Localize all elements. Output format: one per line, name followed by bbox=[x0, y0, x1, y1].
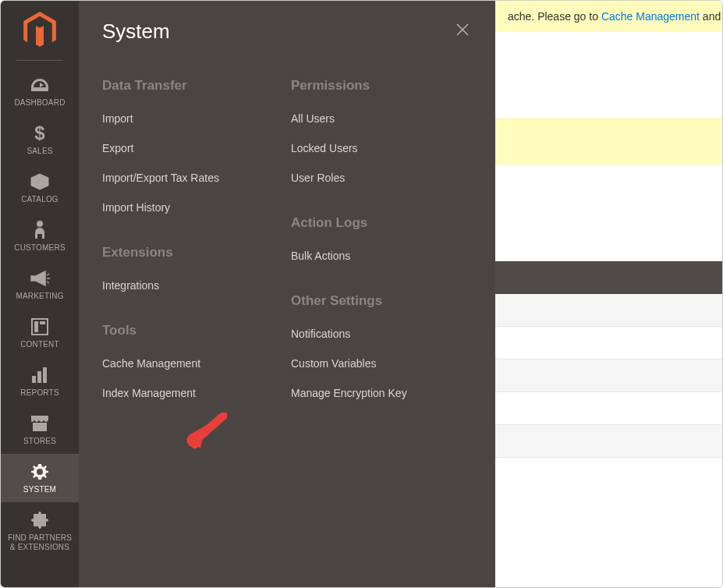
sidebar-item-customers[interactable]: CUSTOMERS bbox=[1, 212, 79, 260]
sidebar-item-label: DASHBOARD bbox=[14, 98, 65, 108]
table-header-row: Store bbox=[495, 261, 722, 294]
flyout-column-right: Permissions All Users Locked Users User … bbox=[291, 78, 472, 430]
section-title-extensions: Extensions bbox=[102, 245, 283, 260]
section-title-data-transfer: Data Transfer bbox=[102, 78, 283, 94]
flyout-column-left: Data Transfer Import Export Import/Expor… bbox=[102, 78, 283, 430]
cache-notice-bar: ache. Please go to Cache Management and … bbox=[495, 1, 722, 32]
sidebar-item-marketing[interactable]: MARKETING bbox=[1, 260, 79, 309]
puzzle-icon bbox=[30, 510, 49, 530]
section-title-action-logs: Action Logs bbox=[291, 215, 472, 231]
svg-point-1 bbox=[37, 221, 43, 227]
sidebar-item-label: SYSTEM bbox=[23, 485, 56, 494]
link-notifications[interactable]: Notifications bbox=[291, 328, 472, 340]
layout-icon bbox=[31, 317, 48, 337]
person-icon bbox=[34, 220, 45, 240]
link-import-history[interactable]: Import History bbox=[102, 201, 283, 214]
link-cache-management[interactable]: Cache Management bbox=[102, 357, 283, 370]
gear-icon bbox=[30, 462, 49, 482]
sidebar-item-content[interactable]: CONTENT bbox=[1, 309, 79, 357]
box-icon bbox=[30, 172, 49, 192]
system-flyout-panel: System Data Transfer Import Export Impor… bbox=[79, 1, 495, 587]
sidebar-item-label: CATALOG bbox=[21, 195, 58, 204]
table-row[interactable] bbox=[495, 294, 722, 327]
admin-sidebar: DASHBOARD $ SALES CATALOG CUSTOMERS MARK… bbox=[1, 1, 79, 587]
sidebar-item-label: CUSTOMERS bbox=[14, 243, 66, 253]
sidebar-item-label: REPORTS bbox=[20, 388, 59, 398]
close-button[interactable] bbox=[453, 23, 472, 41]
sidebar-item-reports[interactable]: REPORTS bbox=[1, 357, 79, 406]
svg-rect-4 bbox=[40, 321, 45, 324]
svg-rect-7 bbox=[43, 367, 47, 383]
link-export[interactable]: Export bbox=[102, 142, 283, 154]
sidebar-item-stores[interactable]: STORES bbox=[1, 406, 79, 454]
table-row[interactable]: Main Website Store bbox=[495, 392, 722, 425]
table-row[interactable] bbox=[495, 327, 722, 360]
sidebar-item-label: MARKETING bbox=[16, 292, 63, 301]
close-icon bbox=[455, 23, 470, 41]
notice-text-suffix: and r bbox=[700, 10, 722, 23]
section-title-tools: Tools bbox=[102, 323, 283, 338]
sidebar-item-label: FIND PARTNERS & EXTENSIONS bbox=[8, 533, 72, 552]
sidebar-item-system[interactable]: SYSTEM bbox=[1, 454, 79, 502]
bar-chart-icon bbox=[31, 365, 48, 385]
sidebar-item-label: STORES bbox=[23, 437, 56, 446]
dollar-icon: $ bbox=[34, 123, 46, 143]
gauge-icon bbox=[30, 75, 50, 95]
section-title-permissions: Permissions bbox=[291, 78, 472, 94]
section-title-other-settings: Other Settings bbox=[291, 293, 472, 309]
link-custom-variables[interactable]: Custom Variables bbox=[291, 357, 472, 370]
link-user-roles[interactable]: User Roles bbox=[291, 172, 472, 184]
storefront-icon bbox=[30, 413, 49, 434]
link-index-management[interactable]: Index Management bbox=[102, 387, 283, 399]
table-row[interactable]: Main Website Store bbox=[495, 360, 722, 392]
magento-logo[interactable] bbox=[23, 12, 56, 49]
link-import-export-tax-rates[interactable]: Import/Export Tax Rates bbox=[102, 172, 283, 184]
link-bulk-actions[interactable]: Bulk Actions bbox=[291, 250, 472, 262]
sidebar-item-label: CONTENT bbox=[20, 340, 59, 349]
megaphone-icon bbox=[30, 268, 50, 289]
sidebar-item-sales[interactable]: $ SALES bbox=[1, 115, 79, 164]
table-row[interactable]: Main Website Store bbox=[495, 425, 722, 458]
flyout-title: System bbox=[102, 19, 170, 44]
svg-rect-5 bbox=[32, 376, 36, 383]
link-locked-users[interactable]: Locked Users bbox=[291, 142, 472, 154]
link-import[interactable]: Import bbox=[102, 112, 283, 125]
svg-text:$: $ bbox=[34, 123, 45, 143]
sidebar-divider bbox=[16, 60, 63, 61]
link-all-users[interactable]: All Users bbox=[291, 112, 472, 125]
svg-rect-3 bbox=[34, 321, 38, 332]
sidebar-item-label: SALES bbox=[27, 147, 52, 156]
link-manage-encryption-key[interactable]: Manage Encryption Key bbox=[291, 387, 472, 399]
cache-management-link[interactable]: Cache Management bbox=[601, 10, 700, 23]
sidebar-item-find-partners[interactable]: FIND PARTNERS & EXTENSIONS bbox=[1, 502, 79, 560]
sidebar-item-dashboard[interactable]: DASHBOARD bbox=[1, 67, 79, 115]
notice-area-extension bbox=[495, 118, 722, 165]
svg-rect-6 bbox=[37, 371, 41, 383]
link-integrations[interactable]: Integrations bbox=[102, 279, 283, 292]
notice-text-prefix: ache. Please go to bbox=[508, 10, 601, 23]
sidebar-item-catalog[interactable]: CATALOG bbox=[1, 164, 79, 212]
